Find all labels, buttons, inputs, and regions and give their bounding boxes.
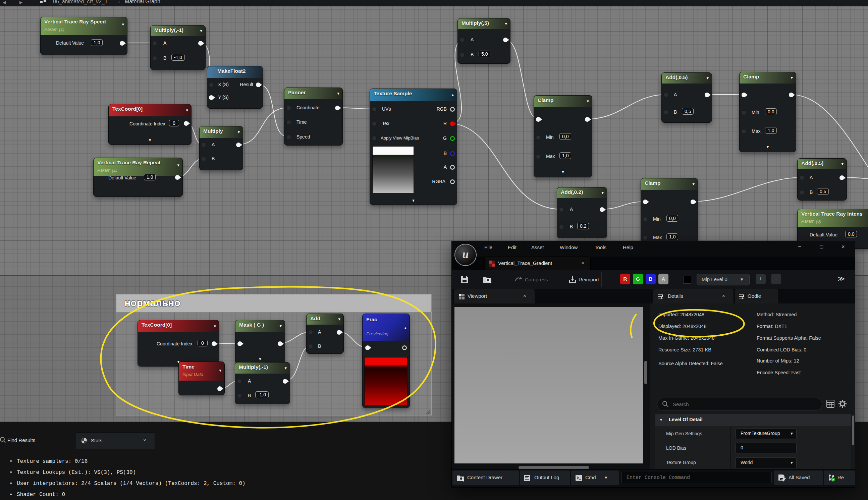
mip-minus-button[interactable]: −: [771, 274, 781, 284]
display-filter-icon[interactable]: [826, 399, 835, 408]
asset-tab[interactable]: Vertical_Trace_Gradient ×: [484, 257, 591, 270]
all-saved-button[interactable]: All Saved: [774, 470, 823, 485]
value-box[interactable]: 0,2: [577, 223, 589, 229]
chevron-down-icon[interactable]: ▾: [706, 76, 709, 80]
close-button[interactable]: ×: [837, 244, 849, 250]
close-icon[interactable]: ×: [143, 437, 146, 443]
close-icon[interactable]: ×: [523, 293, 526, 298]
channel-a-button[interactable]: A: [658, 274, 669, 284]
node-frac[interactable]: Frac ▴ Previewing: [362, 314, 410, 408]
output-log-button[interactable]: Output Log: [520, 470, 570, 485]
input-pin[interactable]: [365, 345, 370, 350]
output-pin[interactable]: [120, 41, 124, 46]
toolbar-overflow-icon[interactable]: ≫: [837, 275, 845, 283]
value-box[interactable]: 0: [169, 120, 179, 126]
chevron-down-icon[interactable]: ▾: [338, 317, 340, 321]
input-pin-a[interactable]: [152, 41, 157, 46]
expand-chevron-icon[interactable]: ▾: [412, 198, 414, 203]
node-multiply-neg1-comment[interactable]: Multiply(,-1) ▾ A B -1,0: [235, 362, 290, 404]
input-pin-uvs[interactable]: [372, 107, 377, 112]
input-pin-speed[interactable]: [286, 135, 291, 139]
node-mask-g[interactable]: Mask ( G ) ▾ ▾: [235, 320, 285, 364]
output-pin[interactable]: [175, 175, 180, 180]
node-vertical-trace-ray-speed[interactable]: Vertical Trace Ray Speed Param (1) ▾ Def…: [40, 17, 127, 55]
node-multiply[interactable]: Multiply ▾ A B: [199, 126, 243, 170]
settings-gear-icon[interactable]: [838, 399, 847, 408]
tab-oodle[interactable]: Oodle: [734, 289, 779, 304]
node-add-02[interactable]: Add(,0.2) ▾ A B 0,2: [557, 187, 607, 238]
value-box[interactable]: 1,0: [666, 234, 678, 240]
input-pin-b[interactable]: [800, 190, 804, 195]
menu-file[interactable]: File: [484, 245, 492, 250]
value-box[interactable]: 0,0: [765, 108, 777, 115]
input-pin-b[interactable]: [237, 393, 242, 398]
chevron-down-icon[interactable]: ▾: [279, 323, 282, 328]
input-pin-max[interactable]: [742, 129, 746, 134]
reimport-button[interactable]: Reimport: [579, 277, 599, 282]
node-multiply-neg1[interactable]: Multiply(,-1) ▾ A B -1,0: [150, 25, 206, 70]
output-pin[interactable]: [600, 207, 604, 212]
close-icon[interactable]: ×: [722, 293, 725, 298]
cmd-button[interactable]: Cmd ▾: [571, 470, 619, 485]
input-pin-min[interactable]: [643, 217, 648, 221]
node-texcoord[interactable]: TexCoord[0] ▾ Coordinate Index 0 ▾: [108, 104, 192, 145]
node-multiply-5[interactable]: Multiply(,5) ▾ A B 5,0: [457, 18, 511, 64]
node-time[interactable]: Time ▾ Input Data: [179, 362, 225, 395]
expand-chevron-icon[interactable]: ▾: [149, 137, 151, 143]
back-arrow-icon[interactable]: ◀: [3, 0, 6, 7]
chevron-down-icon[interactable]: ▾: [692, 181, 695, 186]
output-pin[interactable]: [337, 330, 341, 335]
tab-details[interactable]: Details ×: [653, 289, 734, 304]
input-pin-coordinate[interactable]: [286, 106, 291, 110]
input-pin-b[interactable]: [152, 56, 157, 61]
mip-gen-settings-dropdown[interactable]: FromTextureGroup ▾: [735, 428, 797, 439]
chevron-down-icon[interactable]: ▾: [186, 107, 188, 113]
viewport-horizontal-scrollbar[interactable]: [518, 466, 589, 469]
value-box[interactable]: 0: [197, 340, 208, 346]
output-pin[interactable]: [256, 82, 261, 87]
output-pin-g[interactable]: [450, 136, 455, 141]
output-pin[interactable]: [184, 121, 189, 126]
save-icon[interactable]: [460, 275, 469, 283]
input-pin-a[interactable]: [308, 330, 313, 335]
tab-viewport[interactable]: Viewport ×: [454, 289, 535, 304]
value-box[interactable]: 0,0: [666, 215, 678, 221]
search-input[interactable]: [672, 399, 814, 409]
input-pin-a[interactable]: [664, 93, 669, 97]
node-texcoord-comment[interactable]: TexCoord[0] ▾ Coordinate Index 0 ▾: [137, 320, 219, 366]
input-pin[interactable]: [643, 200, 648, 204]
input-pin-y[interactable]: [209, 95, 214, 100]
node-texture-sample[interactable]: Texture Sample ▴ UVs Tex Apply View MipB…: [369, 89, 457, 205]
output-pin-a[interactable]: [450, 165, 455, 170]
output-pin[interactable]: [278, 341, 282, 346]
tab-find-results[interactable]: Find Results: [7, 437, 35, 443]
value-box[interactable]: 0,5: [817, 188, 829, 195]
channel-g-button[interactable]: G: [633, 274, 643, 284]
output-pin[interactable]: [402, 345, 407, 350]
input-pin-tex[interactable]: [372, 122, 377, 126]
output-pin[interactable]: [335, 106, 340, 110]
chevron-down-icon[interactable]: ▾: [337, 91, 340, 96]
console-command-input[interactable]: [621, 472, 772, 483]
output-pin[interactable]: [212, 341, 216, 346]
details-search[interactable]: [657, 398, 822, 411]
input-pin-min[interactable]: [536, 135, 541, 140]
input-pin-b[interactable]: [559, 225, 564, 229]
chevron-down-icon[interactable]: ▾: [284, 365, 287, 371]
viewport-vertical-scrollbar[interactable]: [644, 361, 647, 384]
chevron-down-icon[interactable]: ▾: [586, 99, 589, 104]
input-pin-a[interactable]: [800, 175, 804, 180]
value-box[interactable]: 1,0: [559, 152, 571, 159]
menu-tools[interactable]: Tools: [595, 245, 606, 250]
node-add-comment[interactable]: Add ▾ A B: [306, 314, 344, 354]
input-pin[interactable]: [536, 117, 541, 122]
menu-edit[interactable]: Edit: [508, 245, 516, 250]
output-pin[interactable]: [690, 200, 695, 204]
input-pin-a[interactable]: [201, 143, 206, 147]
chevron-down-icon[interactable]: ▾: [219, 368, 221, 373]
output-pin-rgba[interactable]: [450, 179, 455, 184]
comment-node-header[interactable]: нормально: [116, 294, 432, 312]
chevron-down-icon[interactable]: ▾: [238, 129, 240, 135]
output-pin-rgb[interactable]: [450, 107, 455, 112]
input-pin-a[interactable]: [460, 37, 465, 42]
